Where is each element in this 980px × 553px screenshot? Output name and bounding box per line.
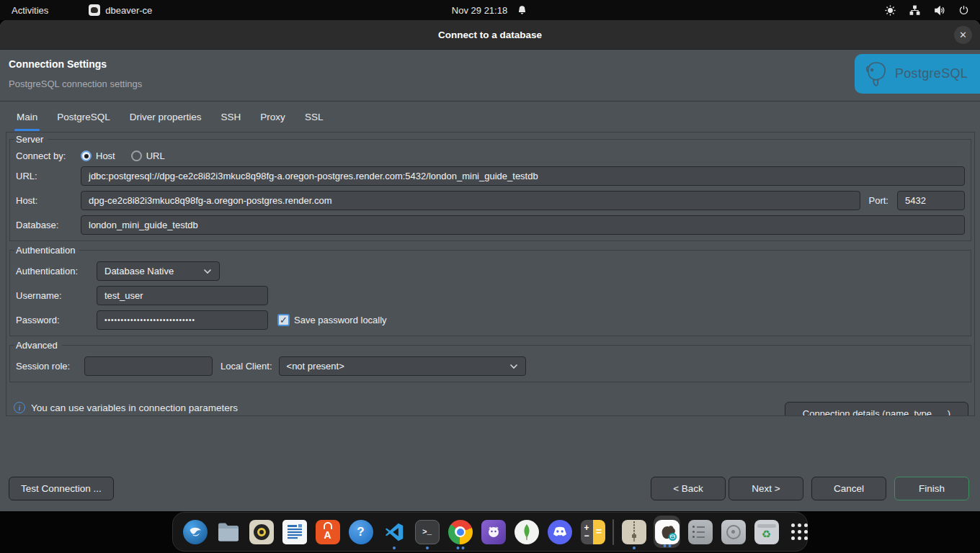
authentication-label: Authentication: [16,266,97,276]
mongodb-compass-icon[interactable] [513,513,540,550]
password-row: Password: •••••••••••••••••••••••••••• ✓… [16,310,965,330]
advanced-row: Session role: Local Client: <not present… [16,356,965,376]
host-label: Host: [16,195,81,206]
port-label: Port: [869,195,888,206]
tab-ssh[interactable]: SSH [219,102,244,132]
dock: A ? >_ [172,512,808,552]
username-input[interactable]: test_user [97,286,268,305]
advanced-group: Advanced Session role: Local Client: <no… [9,340,971,382]
url-input[interactable]: jdbc:postgresql://dpg-ce2c8i82i3mkuc8q98… [81,166,965,186]
tab-proxy[interactable]: Proxy [258,102,288,132]
app-grid-icon[interactable] [786,513,813,550]
username-label: Username: [16,290,97,301]
main-tab-content: Server Connect by: Host URL URL: jdbc:po… [6,132,975,416]
save-password-label[interactable]: Save password locally [294,315,387,325]
host-radio[interactable] [81,150,92,161]
tab-driver-properties[interactable]: Driver properties [128,102,204,132]
cancel-button[interactable]: Cancel [811,477,886,500]
server-group: Server Connect by: Host URL URL: jdbc:po… [9,134,971,241]
database-input[interactable]: london_mini_guide_testdb [81,215,965,235]
postgresql-elephant-icon [862,59,891,89]
discord-icon[interactable] [546,513,573,550]
url-label: URL: [16,171,81,181]
disks-icon[interactable] [720,513,747,550]
url-radio-label[interactable]: URL [146,150,165,161]
system-status-area[interactable] [884,4,970,17]
dialog-title: Connect to a database [438,30,542,40]
chrome-icon[interactable] [447,513,473,550]
tab-ssl[interactable]: SSL [303,102,326,132]
desktop-bottom-strip: A ? >_ [0,511,980,553]
test-connection-button[interactable]: Test Connection ... [9,477,114,500]
settings-app-icon[interactable] [687,513,713,550]
authentication-select[interactable]: Database Native [97,261,220,281]
thunderbird-icon[interactable] [182,513,208,550]
calculator-icon[interactable]: +− = [579,513,606,550]
local-client-label: Local Client: [220,361,272,372]
session-role-input[interactable] [84,356,213,376]
auth-type-row: Authentication: Database Native [16,261,965,281]
dock-separator [612,519,614,545]
bell-icon [516,4,528,17]
database-label: Database: [16,220,81,230]
postgresql-banner-label: PostgreSQL [895,66,968,81]
authentication-group: Authentication Authentication: Database … [9,245,971,336]
libreoffice-writer-icon[interactable] [281,513,308,550]
finish-button[interactable]: Finish [894,477,969,500]
connect-by-label: Connect by: [16,150,81,161]
wizard-buttons: < Back Next > Cancel Finish [651,477,969,500]
local-client-selected-value: <not present> [287,361,344,372]
power-icon [958,4,970,17]
database-row: Database: london_mini_guide_testdb [16,215,965,235]
connect-dialog-window: Connect to a database ✕ Connection Setti… [0,20,980,511]
rhythmbox-icon[interactable] [248,513,275,550]
host-row: Host: dpg-ce2c8i82i3mkuc8q98fg-a.oregon-… [16,191,965,210]
chevron-down-icon [509,364,518,369]
chevron-down-icon [203,269,212,274]
port-input[interactable]: 5432 [897,191,965,210]
focused-app-indicator[interactable]: dbeaver-ce [89,4,152,16]
wizard-header: Connection Settings PostgreSQL connectio… [0,50,980,102]
next-button[interactable]: Next > [729,477,803,500]
page-title: Connection Settings [9,58,107,70]
tab-postgresql[interactable]: PostgreSQL [55,102,112,132]
network-icon [909,4,921,17]
help-icon[interactable]: ? [347,513,374,550]
authentication-group-legend: Authentication [14,245,79,256]
gnome-top-bar: Activities dbeaver-ce Nov 29 21:18 [0,0,980,20]
username-row: Username: test_user [16,286,965,305]
postgresql-banner: PostgreSQL [855,54,980,94]
dbeaver-icon[interactable] [654,516,680,548]
info-text: You can use variables in connection para… [31,402,238,413]
github-desktop-icon[interactable] [480,513,507,550]
tab-main[interactable]: Main [14,102,40,132]
files-icon[interactable] [215,513,241,550]
url-row: URL: jdbc:postgresql://dpg-ce2c8i82i3mku… [16,166,965,186]
host-radio-label[interactable]: Host [96,150,115,161]
focused-app-name: dbeaver-ce [105,5,152,16]
local-client-select[interactable]: <not present> [279,356,526,376]
volume-icon [933,4,945,17]
trash-icon[interactable]: ♻ [753,513,780,550]
clock[interactable]: Nov 29 21:18 [452,5,507,16]
back-button[interactable]: < Back [651,477,726,500]
host-input[interactable]: dpg-ce2c8i82i3mkuc8q98fg-a.oregon-postgr… [81,191,860,210]
dialog-titlebar[interactable]: Connect to a database ✕ [0,20,980,50]
save-password-checkbox[interactable]: ✓ [277,314,290,326]
vscode-icon[interactable] [380,513,407,550]
terminal-icon[interactable]: >_ [414,513,440,550]
connection-details-button[interactable]: Connection details (name, type, ... ) [785,402,968,416]
close-icon[interactable]: ✕ [954,26,972,44]
dbeaver-app-icon [89,4,100,16]
archive-manager-icon[interactable] [620,513,647,550]
url-radio[interactable] [131,150,142,161]
advanced-group-legend: Advanced [14,340,62,351]
dialog-footer: Test Connection ... < Back Next > Cancel… [9,477,969,500]
server-group-legend: Server [14,134,48,145]
session-role-label: Session role: [16,361,84,372]
connect-by-row: Connect by: Host URL [16,150,965,161]
password-input[interactable]: •••••••••••••••••••••••••••• [97,310,268,330]
activities-button[interactable]: Activities [12,5,48,16]
page-subtitle: PostgreSQL connection settings [9,78,142,89]
ubuntu-software-icon[interactable]: A [314,513,341,550]
